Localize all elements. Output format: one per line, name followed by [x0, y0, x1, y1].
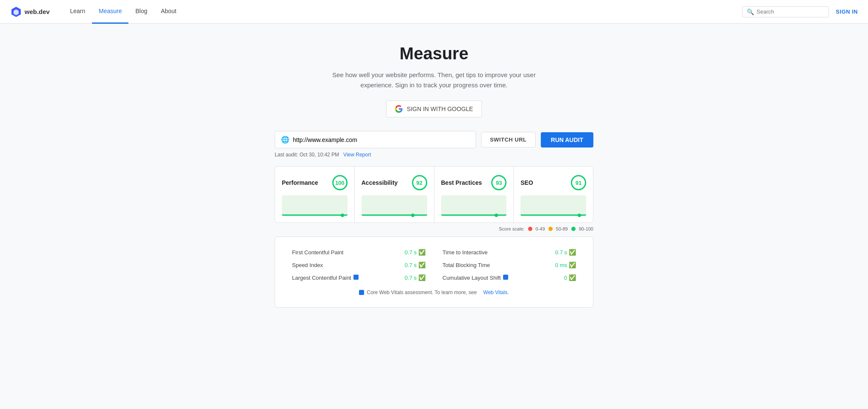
url-bar: 🌐 SWITCH URL RUN AUDIT — [275, 131, 593, 148]
nav-learn[interactable]: Learn — [63, 0, 92, 24]
scale-range-red: 0-49 — [536, 226, 545, 231]
logo-icon — [10, 6, 22, 18]
lcp-cwv-icon — [353, 275, 359, 280]
score-circle-accessibility: 92 — [412, 175, 427, 190]
run-audit-button[interactable]: RUN AUDIT — [541, 132, 593, 147]
metric-tti-check: ✅ — [569, 249, 576, 256]
web-vitals-link[interactable]: Web Vitals. — [483, 289, 509, 295]
metric-tbt-value: 0 ms ✅ — [555, 262, 576, 268]
search-icon: 🔍 — [747, 8, 754, 15]
metric-tti-name: Time to Interactive — [442, 249, 487, 256]
hero-section: Measure See how well your website perfor… — [0, 24, 868, 131]
metric-fcp-check: ✅ — [418, 249, 426, 256]
metric-cls-value: 0 ✅ — [564, 274, 576, 281]
sign-in-google-label: SIGN IN WITH GOOGLE — [407, 106, 473, 112]
metrics-left: First Contentful Paint 0.7 s ✅ Speed Ind… — [292, 249, 426, 281]
score-card-performance: Performance 100 — [275, 167, 355, 223]
cwv-note: Core Web Vitals assessment. To learn mor… — [292, 289, 576, 295]
metric-si-name: Speed Index — [292, 262, 323, 268]
metric-fcp: First Contentful Paint 0.7 s ✅ — [292, 249, 426, 256]
metric-si: Speed Index 0.7 s ✅ — [292, 262, 426, 268]
score-title-accessibility: Accessibility — [362, 179, 398, 186]
score-circle-seo: 91 — [571, 175, 586, 190]
nav-about[interactable]: About — [154, 0, 184, 24]
nav-blog[interactable]: Blog — [128, 0, 154, 24]
scale-dot-red — [528, 227, 532, 231]
globe-icon: 🌐 — [281, 136, 289, 144]
page-title: Measure — [10, 44, 858, 63]
score-bar-accessibility — [362, 195, 427, 216]
score-bar-best-practices — [441, 195, 507, 216]
metric-lcp-name: Largest Contentful Paint — [292, 275, 359, 281]
metric-fcp-name: First Contentful Paint — [292, 249, 343, 256]
metric-si-check: ✅ — [418, 262, 426, 268]
score-title-seo: SEO — [520, 179, 533, 186]
url-input-wrap[interactable]: 🌐 — [275, 131, 476, 148]
nav-right: 🔍 SIGN IN — [742, 6, 858, 17]
metric-fcp-value: 0.7 s ✅ — [405, 249, 426, 256]
switch-url-button[interactable]: SWITCH URL — [481, 132, 536, 147]
search-input[interactable] — [757, 8, 824, 15]
score-bar-performance — [282, 195, 348, 216]
metric-lcp-check: ✅ — [418, 274, 426, 281]
scale-dot-green — [571, 227, 576, 231]
cwv-note-text: Core Web Vitals assessment. To learn mor… — [367, 289, 476, 295]
last-audit-info: Last audit: Oct 30, 10:42 PM View Report — [275, 152, 593, 158]
score-card-accessibility: Accessibility 92 — [355, 167, 434, 223]
search-box[interactable]: 🔍 — [742, 6, 829, 17]
navigation: web.dev Learn Measure Blog About 🔍 SIGN … — [0, 0, 868, 24]
cwv-note-icon — [359, 290, 364, 295]
metric-tbt: Total Blocking Time 0 ms ✅ — [442, 262, 576, 268]
metric-tti-value: 0.7 s ✅ — [555, 249, 576, 256]
hero-description: See how well your website performs. Then… — [328, 70, 540, 90]
score-bar-seo — [520, 195, 586, 216]
score-scale-label: Score scale: — [499, 226, 525, 231]
metric-lcp: Largest Contentful Paint 0.7 s ✅ — [292, 274, 426, 281]
google-icon — [395, 105, 403, 113]
metric-cls-name: Cumulative Layout Shift — [442, 275, 509, 281]
metric-tbt-check: ✅ — [569, 262, 576, 268]
metric-tbt-name: Total Blocking Time — [442, 262, 490, 268]
url-input[interactable] — [293, 136, 470, 143]
metrics-box: First Contentful Paint 0.7 s ✅ Speed Ind… — [275, 236, 593, 308]
cls-cwv-icon — [503, 275, 508, 280]
score-scale: Score scale: 0-49 50-89 90-100 — [275, 226, 593, 231]
metric-lcp-value: 0.7 s ✅ — [405, 274, 426, 281]
metric-cls-check: ✅ — [569, 274, 576, 281]
score-title-best-practices: Best Practices — [441, 179, 482, 186]
score-card-seo: SEO 91 — [514, 167, 593, 223]
logo-text: web.dev — [25, 8, 50, 15]
sign-in-google-button[interactable]: SIGN IN WITH GOOGLE — [386, 100, 482, 117]
scale-range-orange: 50-89 — [556, 226, 568, 231]
score-title-performance: Performance — [282, 179, 318, 186]
metric-cls: Cumulative Layout Shift 0 ✅ — [442, 274, 576, 281]
scale-range-green: 90-100 — [579, 226, 593, 231]
metrics-right: Time to Interactive 0.7 s ✅ Total Blocki… — [442, 249, 576, 281]
view-report-link[interactable]: View Report — [343, 152, 371, 158]
metric-si-value: 0.7 s ✅ — [405, 262, 426, 268]
logo[interactable]: web.dev — [10, 6, 50, 18]
scale-dot-orange — [548, 227, 553, 231]
last-audit-text: Last audit: Oct 30, 10:42 PM — [275, 152, 339, 158]
metrics-grid: First Contentful Paint 0.7 s ✅ Speed Ind… — [292, 249, 576, 281]
main-content: 🌐 SWITCH URL RUN AUDIT Last audit: Oct 3… — [264, 131, 604, 325]
metric-tti: Time to Interactive 0.7 s ✅ — [442, 249, 576, 256]
nav-links: Learn Measure Blog About — [63, 0, 183, 24]
score-circle-performance: 100 — [332, 175, 348, 190]
score-cards: Performance 100 Accessibility 92 — [275, 166, 593, 223]
score-circle-best-practices: 93 — [491, 175, 506, 190]
score-card-best-practices: Best Practices 93 — [434, 167, 514, 223]
nav-measure[interactable]: Measure — [92, 0, 128, 24]
sign-in-button[interactable]: SIGN IN — [836, 8, 858, 15]
